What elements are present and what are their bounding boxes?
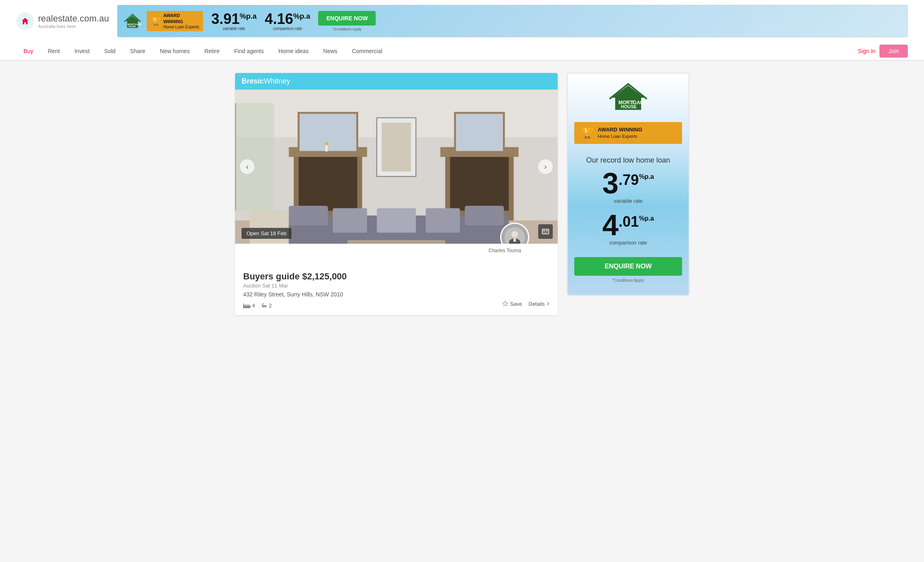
- agent-info-row: Charles Touma: [235, 244, 558, 263]
- sidebar-ad-content: Our record low home loan 3 .79 %p.a vari…: [574, 152, 682, 287]
- save-button[interactable]: Save: [502, 300, 522, 307]
- sign-in-button[interactable]: Sign In: [858, 48, 876, 54]
- logo-name: realestate.com.au: [38, 13, 109, 24]
- svg-rect-38: [243, 303, 244, 308]
- svg-rect-12: [299, 113, 357, 152]
- nav-item-buy[interactable]: Buy: [16, 42, 41, 60]
- sidebar-variable-label: variable rate: [574, 198, 682, 204]
- bathroom-value: 2: [269, 302, 272, 309]
- main-nav: Buy Rent Invest Sold Share New homes Ret…: [0, 42, 924, 60]
- svg-rect-30: [543, 230, 545, 232]
- comparison-rate-label: comparison rate: [273, 26, 302, 31]
- variable-rate-block: 3.91%p.a variable rate: [211, 12, 257, 31]
- sidebar-variable-rate: 3 .79 %p.a: [574, 169, 682, 198]
- bedroom-count: 4: [243, 302, 255, 309]
- prev-image-button[interactable]: ‹: [240, 159, 255, 174]
- svg-rect-41: [262, 305, 267, 307]
- banner-conditions: *Conditions Apply: [333, 27, 361, 31]
- logo-icon: [16, 12, 34, 30]
- bedroom-value: 4: [252, 302, 255, 309]
- listing-image-wrapper: BresicWhitney: [235, 73, 558, 244]
- svg-rect-14: [450, 157, 509, 211]
- sidebar-comparison-rate: 4 .01 %p.a: [574, 210, 682, 240]
- sidebar-record-text: Our record low home loan: [574, 156, 682, 165]
- agency-name: BresicWhitney: [242, 77, 290, 85]
- svg-rect-39: [245, 305, 247, 307]
- svg-rect-27: [325, 145, 327, 152]
- svg-text:HOUSE: HOUSE: [621, 104, 637, 109]
- gallery-button[interactable]: [538, 224, 553, 239]
- svg-rect-32: [543, 232, 548, 233]
- nav-item-news[interactable]: News: [316, 42, 345, 60]
- svg-rect-8: [235, 103, 236, 210]
- svg-rect-16: [455, 113, 504, 152]
- listing-actions: Save Details: [502, 300, 550, 307]
- variable-rate-label: variable rate: [223, 26, 245, 31]
- sidebar-ad[interactable]: MORTGAGE HOUSE 🏆 AWARD WINNING Home Loan…: [567, 73, 689, 295]
- agency-bar: BresicWhitney: [235, 73, 558, 90]
- svg-rect-20: [289, 206, 328, 225]
- nav-item-home-ideas[interactable]: Home ideas: [271, 42, 316, 60]
- details-button[interactable]: Details: [528, 301, 550, 307]
- svg-rect-42: [263, 307, 264, 308]
- sidebar-award-banner: 🏆 AWARD WINNING Home Loan Experts: [574, 122, 682, 144]
- banner-mortgage-logo: MORTGAGE HOUSE: [122, 13, 143, 29]
- sidebar-comparison-label: comparison rate: [574, 240, 682, 246]
- svg-rect-23: [377, 208, 416, 233]
- nav-item-share[interactable]: Share: [123, 42, 152, 60]
- nav-items: Buy Rent Invest Sold Share New homes Ret…: [16, 42, 858, 60]
- agent-name-label: Charles Touma: [489, 248, 521, 253]
- svg-point-34: [511, 231, 518, 238]
- header: realestate.com.au Australia lives here M…: [0, 0, 924, 61]
- logo-area[interactable]: realestate.com.au Australia lives here: [16, 12, 109, 30]
- comparison-rate-value: 4.16%p.a: [265, 12, 310, 26]
- svg-rect-31: [546, 230, 548, 232]
- sidebar-mortgage-logo: MORTGAGE HOUSE: [574, 82, 682, 116]
- listing-image: ‹ › Open Sat 18 Feb: [235, 90, 558, 244]
- sidebar: MORTGAGE HOUSE 🏆 AWARD WINNING Home Loan…: [567, 73, 689, 315]
- banner-rates: 3.91%p.a variable rate 4.16%p.a comparis…: [211, 12, 310, 31]
- svg-rect-36: [513, 238, 516, 242]
- svg-rect-22: [333, 208, 367, 233]
- svg-text:HOUSE: HOUSE: [128, 25, 136, 28]
- nav-item-commercial[interactable]: Commercial: [345, 42, 390, 60]
- banner-enquire-button[interactable]: ENQUIRE NOW: [318, 11, 376, 26]
- svg-rect-29: [542, 229, 549, 234]
- nav-item-new-homes[interactable]: New homes: [152, 42, 197, 60]
- svg-rect-18: [382, 122, 411, 172]
- listing-card: BresicWhitney: [235, 73, 558, 315]
- nav-auth: Sign In Join: [858, 45, 908, 58]
- svg-rect-24: [426, 208, 460, 233]
- sidebar-award-text: AWARD WINNING Home Loan Experts: [598, 126, 642, 140]
- listing-auction: Auction Sat 11 Mar: [243, 283, 550, 289]
- svg-rect-21: [465, 206, 504, 225]
- sidebar-enquire-button[interactable]: ENQUIRE NOW: [574, 257, 682, 276]
- banner-award: 🏆 AWARD WINNING Home Loan Experts: [147, 11, 203, 31]
- sidebar-conditions: *Conditions Apply: [574, 278, 682, 283]
- star-icon: [502, 300, 509, 307]
- bathroom-count: 2: [261, 302, 272, 309]
- join-button[interactable]: Join: [879, 45, 908, 58]
- nav-item-invest[interactable]: Invest: [67, 42, 97, 60]
- listing-details: Buyers guide $2,125,000 Auction Sat 11 M…: [235, 263, 558, 315]
- nav-item-sold[interactable]: Sold: [97, 42, 123, 60]
- nav-item-retire[interactable]: Retire: [197, 42, 227, 60]
- banner-ad[interactable]: MORTGAGE HOUSE 🏆 AWARD WINNING Home Loan…: [117, 5, 908, 37]
- bath-icon: [261, 303, 267, 309]
- svg-rect-10: [299, 157, 357, 211]
- svg-rect-40: [247, 305, 249, 307]
- listing-address: 432 Riley Street, Surry Hills, NSW 2010: [243, 291, 550, 298]
- nav-item-find-agents[interactable]: Find agents: [227, 42, 271, 60]
- nav-item-rent[interactable]: Rent: [41, 42, 67, 60]
- logo-text: realestate.com.au Australia lives here: [38, 13, 109, 29]
- svg-rect-25: [347, 240, 445, 244]
- bed-icon: [243, 303, 250, 308]
- variable-rate-value: 3.91%p.a: [211, 12, 257, 26]
- next-image-button[interactable]: ›: [538, 159, 553, 174]
- open-info-badge: Open Sat 18 Feb: [242, 228, 291, 239]
- comparison-rate-block: 4.16%p.a comparison rate: [265, 12, 310, 31]
- main-content: BresicWhitney: [219, 61, 705, 327]
- header-top: realestate.com.au Australia lives here M…: [0, 0, 924, 42]
- svg-point-1: [24, 18, 26, 20]
- listing-price: Buyers guide $2,125,000: [243, 271, 550, 282]
